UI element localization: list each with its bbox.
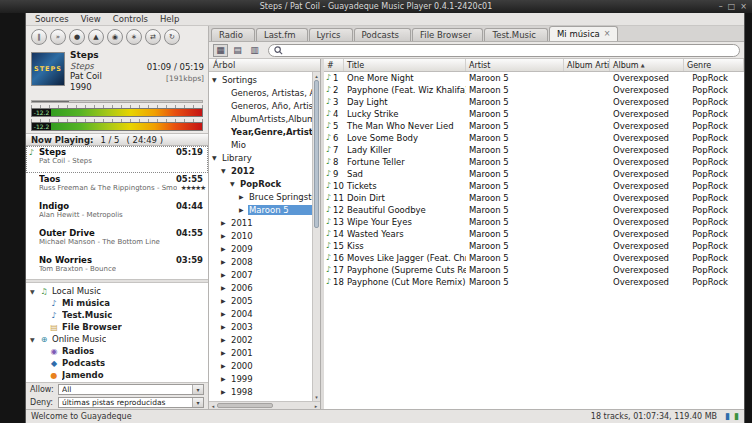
close-button[interactable]: × [740,2,747,12]
table-row[interactable]: ♪ 16 Moves Like Jagger (Feat. Christina … [324,252,744,264]
table-row[interactable]: ♪ 15 Kiss Maroon 5 Overexposed PopRock [324,240,744,252]
expander-icon[interactable]: ▶ [221,271,230,278]
tree-item[interactable]: ▼ PopRock [209,177,312,190]
expander-icon[interactable]: ▶ [239,193,248,200]
source-item[interactable]: ● Jamendo [26,369,208,381]
tree-item[interactable]: ▼ 2012 [209,164,312,177]
tree-item[interactable]: ▶ 2003 [209,320,312,333]
allow-select[interactable]: All ▾ [58,384,204,395]
column-header-num[interactable]: # [324,59,344,71]
expander-icon[interactable]: ▼ [212,154,221,161]
expander-icon[interactable]: ▶ [239,206,248,213]
table-row[interactable]: ♪ 17 Payphone (Supreme Cuts Remix) Maroo… [324,264,744,276]
equalizer-blue-icon[interactable]: ▮ [725,412,730,421]
view-details-button[interactable]: ▥ [247,44,262,57]
table-row[interactable]: ♪ 7 Lady Killer Maroon 5 Overexposed Pop… [324,144,744,156]
column-header-album[interactable]: Album ▲ [610,59,684,71]
table-row[interactable]: ♪ 6 Love Some Body Maroon 5 Overexposed … [324,132,744,144]
expander-icon[interactable]: ▶ [221,297,230,304]
column-header-title[interactable]: Title [344,59,466,71]
source-item[interactable]: ▼ ⊕ Online Music [26,333,208,345]
playlist-item[interactable]: Taos 05:55 Russ Freeman & The Rippington… [26,173,208,200]
minimize-button[interactable]: – [719,2,723,12]
scrollbar-thumb[interactable] [217,403,273,408]
tree-item[interactable]: ▶ 2011 [209,216,312,229]
expander-icon[interactable]: ▼ [212,76,221,83]
tab-test-music[interactable]: Test.Music [484,28,548,41]
tree-vertical-scrollbar[interactable]: ▴ ▾ [312,72,320,401]
expander-icon[interactable]: ▶ [221,219,230,226]
tree-item[interactable]: Generos, Año, Artistas, Albumes [209,99,312,112]
expander-icon[interactable]: ▶ [221,232,230,239]
menu-item[interactable]: Sources [29,13,75,25]
tree-item[interactable]: ▶ 2009 [209,242,312,255]
pause-button[interactable]: ‖ [31,29,47,45]
tree-item[interactable]: ▶ 2004 [209,307,312,320]
tree-item[interactable]: ▶ 2005 [209,294,312,307]
expander-icon[interactable]: ▼ [30,288,39,295]
tree-item[interactable]: ▼ Library [209,151,312,164]
playlist-item[interactable]: Indigo 04:44 Alan Hewitt - Metropolis [26,200,208,227]
expander-icon[interactable]: ▶ [221,375,230,382]
table-row[interactable]: ♪ 5 The Man Who Never Lied Maroon 5 Over… [324,120,744,132]
menu-item[interactable]: Help [154,13,185,25]
expander-icon[interactable]: ▶ [221,336,230,343]
search-input[interactable] [286,45,734,56]
column-header-artist[interactable]: Artist [466,59,564,71]
table-row[interactable]: ♪ 9 Sad Maroon 5 Overexposed PopRock [324,168,744,180]
tree-header[interactable]: Árbol [209,59,320,72]
repeat-button[interactable]: ↻ [164,29,180,45]
table-row[interactable]: ♪ 12 Beautiful Goodbye Maroon 5 Overexpo… [324,204,744,216]
tree-horizontal-scrollbar[interactable]: ◂ ▸ [209,401,320,409]
tree-item[interactable]: ▶ Maroon 5 [209,203,312,216]
tab-radio[interactable]: Radio [211,28,255,41]
tree-item[interactable]: Year,Genre,Artist,Album [209,125,312,138]
table-row[interactable]: ♪ 14 Wasted Years Maroon 5 Overexposed P… [324,228,744,240]
expander-icon[interactable]: ▼ [30,336,39,343]
table-row[interactable]: ♪ 13 Wipe Your Eyes Maroon 5 Overexposed… [324,216,744,228]
tree-item[interactable]: ▶ 2008 [209,255,312,268]
table-row[interactable]: ♪ 11 Doin Dirt Maroon 5 Overexposed PopR… [324,192,744,204]
table-row[interactable]: ♪ 10 Tickets Maroon 5 Overexposed PopRoc… [324,180,744,192]
table-row[interactable]: ♪ 2 Payphone (Feat. Wiz Khalifa) Maroon … [324,84,744,96]
table-row[interactable]: ♪ 18 Payphone (Cut More Remix) Maroon 5 … [324,276,744,288]
view-albums-button[interactable]: ▦ [213,44,228,57]
expander-icon[interactable]: ▶ [221,284,230,291]
smart-play-button[interactable]: ∗ [126,29,142,45]
tree-item[interactable]: Mio [209,138,312,151]
seek-slider[interactable] [31,100,203,103]
source-item[interactable]: ▼ ♫ Local Music [26,285,208,297]
expander-icon[interactable]: ▶ [221,310,230,317]
eject-button[interactable]: ▲ [88,29,104,45]
table-row[interactable]: ♪ 8 Fortune Teller Maroon 5 Overexposed … [324,156,744,168]
tree-item[interactable]: ▶ 2002 [209,333,312,346]
tree-item[interactable]: AlbumArtists,Album [209,112,312,125]
maximize-button[interactable]: □ [728,2,736,12]
table-row[interactable]: ♪ 3 Day Light Maroon 5 Overexposed PopRo… [324,96,744,108]
deny-select[interactable]: últimas pistas reproducidas ▾ [58,397,204,408]
shuffle-button[interactable]: ⇄ [145,29,161,45]
playlist-item[interactable]: ♪ Steps 05:19 Pat Coil - Steps [26,146,208,173]
tab-file-browser[interactable]: File Browser [412,28,483,41]
expander-icon[interactable]: ▼ [221,167,230,174]
table-row[interactable]: ♪ 1 One More Night Maroon 5 Overexposed … [324,72,744,84]
source-item[interactable]: ♪ Test.Music [26,309,208,321]
tree-item[interactable]: Generos, Artistas, Albumes [209,86,312,99]
source-item[interactable]: ♪ Mi música [26,297,208,309]
expander-icon[interactable]: ▶ [221,388,230,395]
scrollbar-thumb[interactable] [314,80,319,228]
menu-item[interactable]: View [75,13,107,25]
next-track-button[interactable]: » [50,29,66,45]
scroll-left-icon[interactable]: ◂ [209,402,217,409]
expander-icon[interactable]: ▼ [230,180,239,187]
tab-lyrics[interactable]: Lyrics [309,28,353,41]
playlist-item[interactable]: No Worries 03:59 Tom Braxton - Bounce [26,254,208,279]
expander-icon[interactable]: ▶ [221,245,230,252]
source-item[interactable]: ◉ Radios [26,345,208,357]
tree-item[interactable]: ▶ 2001 [209,346,312,359]
tab-lastfm[interactable]: Last.fm [256,28,308,41]
playlist-item[interactable]: Outer Drive 04:55 Michael Manson - The B… [26,227,208,254]
expander-icon[interactable]: ▶ [221,258,230,265]
expander-icon[interactable]: ▶ [221,323,230,330]
tree-item[interactable]: ▶ 1998 [209,385,312,398]
